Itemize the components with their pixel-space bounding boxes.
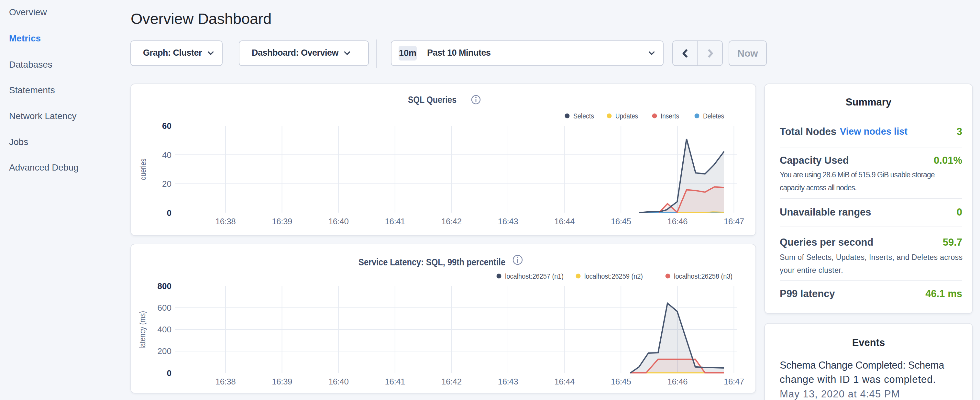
svg-text:16:43: 16:43 — [498, 217, 518, 226]
svg-text:Updates: Updates — [616, 112, 638, 120]
svg-text:200: 200 — [158, 346, 172, 356]
svg-text:16:42: 16:42 — [441, 217, 462, 226]
svg-text:Deletes: Deletes — [703, 112, 724, 120]
svg-text:0: 0 — [167, 208, 172, 218]
svg-text:localhost:26258 (n3): localhost:26258 (n3) — [674, 272, 732, 280]
svg-text:16:44: 16:44 — [554, 377, 574, 386]
svg-text:16:39: 16:39 — [272, 377, 292, 386]
svg-text:20: 20 — [162, 179, 172, 189]
svg-text:16:47: 16:47 — [724, 217, 744, 226]
svg-text:Selects: Selects — [573, 112, 594, 120]
svg-text:16:38: 16:38 — [215, 377, 236, 386]
svg-text:400: 400 — [158, 325, 172, 334]
svg-text:localhost:26259 (n2): localhost:26259 (n2) — [584, 272, 643, 280]
svg-text:16:40: 16:40 — [328, 217, 349, 226]
svg-text:16:40: 16:40 — [328, 377, 349, 386]
svg-text:16:46: 16:46 — [667, 377, 688, 386]
svg-text:localhost:26257 (n1): localhost:26257 (n1) — [505, 272, 563, 280]
svg-text:0: 0 — [167, 368, 172, 378]
svg-text:16:45: 16:45 — [611, 377, 631, 386]
svg-text:16:41: 16:41 — [385, 217, 406, 226]
svg-text:16:38: 16:38 — [215, 217, 236, 226]
svg-text:16:39: 16:39 — [272, 217, 292, 226]
svg-text:40: 40 — [162, 150, 172, 160]
svg-text:16:42: 16:42 — [441, 377, 462, 386]
svg-text:Inserts: Inserts — [661, 112, 679, 120]
svg-text:600: 600 — [158, 303, 172, 312]
svg-text:16:43: 16:43 — [498, 377, 518, 386]
svg-text:60: 60 — [162, 121, 172, 131]
svg-text:queries: queries — [138, 159, 148, 180]
svg-text:800: 800 — [158, 281, 172, 291]
svg-text:latency (ms): latency (ms) — [137, 311, 147, 349]
svg-text:Service Latency: SQL, 99th per: Service Latency: SQL, 99th percentile — [358, 257, 505, 267]
svg-text:SQL Queries: SQL Queries — [408, 94, 457, 105]
svg-text:16:46: 16:46 — [667, 217, 688, 226]
svg-text:16:47: 16:47 — [724, 377, 744, 386]
svg-text:16:45: 16:45 — [611, 217, 631, 226]
svg-text:16:41: 16:41 — [385, 377, 406, 386]
svg-text:16:44: 16:44 — [554, 217, 574, 226]
